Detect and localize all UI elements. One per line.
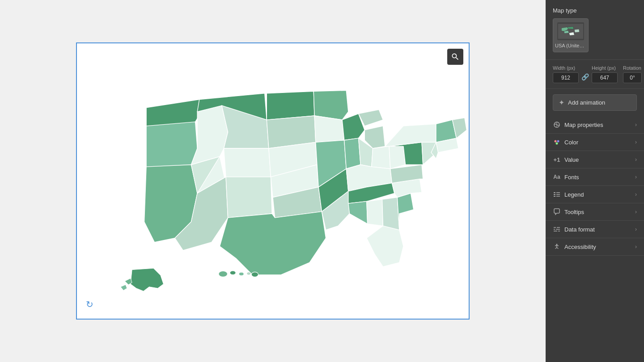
svg-rect-15 — [554, 196, 555, 197]
rotation-input[interactable] — [623, 72, 642, 83]
legend-chevron: › — [635, 191, 637, 198]
map-properties-chevron: › — [635, 122, 637, 128]
color-label: Color — [564, 139, 578, 146]
svg-point-2 — [239, 272, 244, 276]
map-properties-label: Map properties — [564, 122, 603, 128]
legend-icon — [553, 190, 561, 198]
data-format-chevron: › — [635, 226, 637, 232]
map-properties-icon — [553, 121, 561, 129]
canvas-area: ↻ — [0, 0, 546, 362]
add-animation-button[interactable]: ✦ Add animation — [553, 94, 637, 111]
prop-data-format[interactable]: Data format › — [546, 221, 644, 238]
prop-value[interactable]: +1 Value › — [546, 151, 644, 168]
prop-legend[interactable]: Legend › — [546, 186, 644, 203]
usa-map — [77, 43, 469, 319]
width-input[interactable] — [553, 72, 579, 83]
map-container: ↻ — [76, 42, 470, 320]
map-type-card-label: USA (United States ... — [555, 43, 586, 48]
width-label: Width (px) — [553, 65, 579, 71]
svg-point-8 — [555, 140, 557, 143]
loading-indicator: ↻ — [86, 299, 93, 310]
svg-point-23 — [556, 244, 558, 245]
svg-point-10 — [556, 143, 558, 145]
add-animation-label: Add animation — [568, 99, 605, 106]
color-chevron: › — [635, 139, 637, 145]
map-type-thumbnail — [557, 22, 584, 40]
link-icon: 🔗 — [581, 73, 589, 80]
svg-point-4 — [251, 272, 258, 277]
properties-list: Map properties › Color › +1 — [546, 116, 644, 256]
accessibility-chevron: › — [635, 244, 637, 250]
fonts-icon: Aa — [553, 173, 561, 181]
svg-point-0 — [219, 271, 228, 277]
dimensions-section: Width (px) 🔗 Height (px) Rotation — [546, 60, 644, 89]
svg-rect-5 — [558, 24, 583, 39]
animation-icon: ✦ — [559, 98, 564, 107]
tooltips-chevron: › — [635, 209, 637, 215]
fonts-label: Fonts — [564, 174, 579, 181]
value-chevron: › — [635, 156, 637, 163]
height-input[interactable] — [592, 72, 618, 83]
height-label: Height (px) — [592, 65, 618, 71]
fonts-chevron: › — [635, 174, 637, 180]
legend-label: Legend — [564, 191, 584, 198]
map-type-card[interactable]: USA (United States ... — [553, 18, 589, 52]
value-icon: +1 — [553, 156, 561, 164]
prop-color[interactable]: Color › — [546, 134, 644, 151]
svg-point-9 — [557, 140, 559, 143]
tooltips-icon — [553, 208, 561, 216]
svg-rect-11 — [554, 192, 555, 193]
svg-point-3 — [247, 272, 251, 275]
accessibility-icon — [553, 243, 561, 251]
svg-point-1 — [230, 271, 236, 275]
zoom-button[interactable] — [447, 49, 463, 65]
data-format-icon — [553, 225, 561, 233]
prop-tooltips[interactable]: Tooltips › — [546, 203, 644, 221]
rotation-label: Rotation — [623, 65, 642, 71]
prop-fonts[interactable]: Aa Fonts › — [546, 168, 644, 186]
value-label: Value — [564, 156, 579, 163]
svg-rect-13 — [554, 194, 555, 195]
right-panel: Map type USA (United States ... Width (p… — [546, 0, 644, 362]
prop-accessibility[interactable]: Accessibility › — [546, 238, 644, 256]
accessibility-label: Accessibility — [564, 244, 596, 250]
color-icon — [553, 138, 561, 146]
data-format-label: Data format — [564, 226, 595, 233]
map-type-section: Map type USA (United States ... — [546, 0, 644, 60]
map-type-label: Map type — [553, 7, 637, 14]
tooltips-label: Tooltips — [564, 209, 584, 215]
prop-map-properties[interactable]: Map properties › — [546, 116, 644, 134]
